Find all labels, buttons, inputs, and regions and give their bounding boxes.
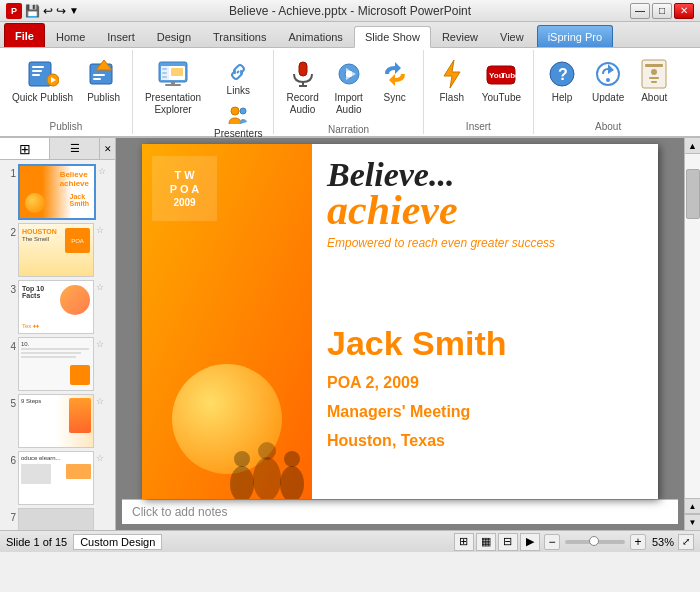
slide-star-4: ☆: [96, 339, 104, 391]
normal-view-button[interactable]: ⊞: [454, 533, 474, 551]
quick-publish-button[interactable]: Quick Publish: [6, 54, 79, 108]
about-button[interactable]: About: [632, 54, 676, 108]
links-button[interactable]: Links: [209, 58, 267, 99]
qat-dropdown[interactable]: ▼: [69, 5, 79, 16]
slide-item-4[interactable]: 4 10. ☆: [2, 337, 113, 391]
svg-marker-28: [444, 60, 460, 88]
zoom-out-button[interactable]: −: [544, 534, 560, 550]
slide-item-3[interactable]: 3 Top 10Facts Tex ♦♦ ☆: [2, 280, 113, 334]
slides-tab[interactable]: ⊞: [0, 138, 50, 159]
close-button[interactable]: ✕: [674, 3, 694, 19]
import-audio-icon: [333, 58, 365, 90]
record-audio-icon: [287, 58, 319, 90]
tab-file[interactable]: File: [4, 23, 45, 47]
slide-star-6: ☆: [96, 453, 104, 505]
flash-button[interactable]: Flash: [430, 54, 474, 108]
slide-thumb-border-1: Believeachieve JackSmith: [18, 164, 96, 220]
explorer-label: PresentationExplorer: [145, 92, 201, 116]
fit-page-button[interactable]: ⤢: [678, 534, 694, 550]
tab-review[interactable]: Review: [431, 25, 489, 47]
maximize-button[interactable]: □: [652, 3, 672, 19]
ribbon-group-about: ? Help Update: [534, 50, 682, 134]
slide-thumb-1: Believeachieve JackSmith: [20, 166, 94, 218]
svg-rect-1: [32, 66, 44, 68]
slide-number-1: 1: [2, 164, 16, 220]
about-group-label: About: [595, 119, 621, 132]
notes-area[interactable]: Click to add notes: [122, 499, 678, 524]
insert-buttons: Flash You Tube YouTube: [430, 52, 527, 119]
help-button[interactable]: ? Help: [540, 54, 584, 108]
scroll-up-button[interactable]: ▲: [685, 138, 701, 154]
tab-animations[interactable]: Animations: [277, 25, 353, 47]
slide-canvas-wrapper: T W P O A 2009: [122, 144, 678, 499]
help-icon: ?: [546, 58, 578, 90]
qat-save[interactable]: 💾: [25, 4, 40, 18]
record-audio-button[interactable]: RecordAudio: [280, 54, 324, 120]
tab-slideshow[interactable]: Slide Show: [354, 26, 431, 48]
outline-tab[interactable]: ☰: [50, 138, 99, 159]
svg-rect-15: [162, 76, 167, 78]
tab-insert[interactable]: Insert: [96, 25, 146, 47]
zoom-controls: − +: [544, 534, 646, 550]
tab-home[interactable]: Home: [45, 25, 96, 47]
presentation-buttons: PresentationExplorer Links: [139, 52, 268, 144]
status-right: ⊞ ▦ ⊟ ▶ − + 53% ⤢: [454, 533, 694, 551]
youtube-button[interactable]: You Tube YouTube: [476, 54, 527, 108]
zoom-level: 53%: [652, 536, 674, 548]
zoom-slider-thumb[interactable]: [589, 536, 599, 546]
svg-rect-18: [171, 82, 175, 84]
sync-label: Sync: [384, 92, 406, 104]
publish-button[interactable]: Publish: [81, 54, 126, 108]
qat-undo[interactable]: ↩: [43, 4, 53, 18]
svg-point-45: [280, 466, 304, 499]
status-left: Slide 1 of 15 Custom Design: [6, 534, 446, 550]
tab-transitions[interactable]: Transitions: [202, 25, 277, 47]
slide-info3: Houston, Texas: [327, 427, 650, 456]
minimize-button[interactable]: —: [630, 3, 650, 19]
ribbon-tabs: File Home Insert Design Transitions Anim…: [0, 22, 700, 48]
zoom-in-button[interactable]: +: [630, 534, 646, 550]
slide-item-2[interactable]: 2 HOUSTON The Smell POA ☆: [2, 223, 113, 277]
panel-close-button[interactable]: ✕: [99, 138, 115, 159]
presentation-explorer-button[interactable]: PresentationExplorer: [139, 54, 207, 120]
insert-group-label: Insert: [466, 119, 491, 132]
slideshow-view-button[interactable]: ▶: [520, 533, 540, 551]
svg-rect-8: [93, 74, 105, 76]
presenters-button[interactable]: Presenters: [209, 101, 267, 142]
tab-ispring[interactable]: iSpring Pro: [537, 25, 613, 47]
slide-item-7[interactable]: 7 -7-: [2, 508, 113, 530]
slide-number-2: 2: [2, 223, 16, 277]
slide-sorter-button[interactable]: ▦: [476, 533, 496, 551]
reading-view-button[interactable]: ⊟: [498, 533, 518, 551]
slide-item-6[interactable]: 6 oduce elearn... ☆: [2, 451, 113, 505]
svg-text:Tube: Tube: [501, 71, 517, 80]
scroll-track: [685, 154, 700, 498]
slide-item-5[interactable]: 5 9 Steps ☆: [2, 394, 113, 448]
sync-icon: [379, 58, 411, 90]
slide-thumb-7: -7-: [19, 509, 93, 530]
status-bar: Slide 1 of 15 Custom Design ⊞ ▦ ⊟ ▶ − + …: [0, 530, 700, 552]
slide-star-1: ☆: [98, 166, 106, 220]
tab-design[interactable]: Design: [146, 25, 202, 47]
svg-rect-2: [32, 70, 42, 72]
youtube-label: YouTube: [482, 92, 521, 104]
tab-view[interactable]: View: [489, 25, 535, 47]
ribbon-body: Quick Publish Publish Publish: [0, 48, 700, 138]
scroll-down-button[interactable]: ▼: [685, 514, 701, 530]
svg-point-41: [230, 466, 254, 499]
slide-thumb-border-3: Top 10Facts Tex ♦♦: [18, 280, 94, 334]
slide-thumb-border-6: oduce elearn...: [18, 451, 94, 505]
links-icon: [227, 61, 249, 83]
slide-canvas-area: T W P O A 2009: [116, 138, 684, 530]
slide-canvas[interactable]: T W P O A 2009: [142, 144, 658, 499]
slide-item-1[interactable]: 1 Believeachieve JackSmith ☆: [2, 164, 113, 220]
qat-redo[interactable]: ↪: [56, 4, 66, 18]
scroll-thumb[interactable]: [686, 169, 700, 219]
slide-number-5: 5: [2, 394, 16, 448]
update-button[interactable]: Update: [586, 54, 630, 108]
slide-thumb-border-5: 9 Steps: [18, 394, 94, 448]
sync-button[interactable]: Sync: [373, 54, 417, 108]
import-audio-button[interactable]: ImportAudio: [327, 54, 371, 120]
scroll-split-up[interactable]: ▲: [685, 498, 701, 514]
zoom-slider[interactable]: [565, 540, 625, 544]
